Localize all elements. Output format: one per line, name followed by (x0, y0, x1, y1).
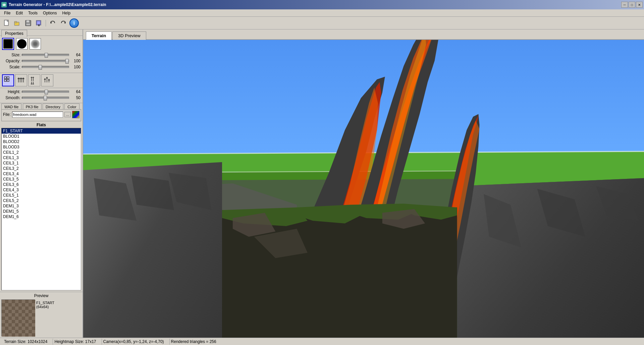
opacity-label: Opacity: (2, 59, 20, 63)
menu-edit[interactable]: Edit (13, 10, 25, 16)
app-icon: 🏔 (1, 2, 7, 7)
svg-rect-14 (7, 77, 9, 79)
flat-item-3[interactable]: BLOOD3 (2, 144, 81, 150)
left-panel: Properties Size: 64 (0, 29, 83, 338)
minimize-button[interactable]: ─ (621, 2, 628, 8)
toolbar-separator-1 (46, 20, 46, 26)
brush-tools-section (0, 73, 83, 88)
flat-item-5[interactable]: CEIL1_3 (2, 155, 81, 160)
svg-marker-30 (31, 84, 33, 84)
terrain-scene (83, 40, 644, 338)
svg-marker-18 (17, 77, 19, 79)
flat-item-8[interactable]: CEIL3_4 (2, 171, 81, 177)
flat-item-4[interactable]: CEIL1_2 (2, 150, 81, 155)
size-label: Size: (2, 53, 20, 57)
menu-options[interactable]: Options (40, 10, 59, 16)
right-panel: Terrain 3D Preview (83, 29, 644, 338)
close-button[interactable]: ✕ (636, 2, 643, 8)
camera-status: Camera(x=0,85, y=-1,24, z=-4,70) (102, 339, 170, 345)
flat-item-1[interactable]: BLOOD1 (2, 134, 81, 139)
brush-soft-icon (31, 39, 40, 49)
export-button[interactable] (34, 18, 44, 28)
flat-item-0[interactable]: F1_START (2, 128, 81, 134)
brush-tool-grid[interactable] (2, 74, 14, 86)
svg-rect-13 (4, 77, 6, 79)
preview-name: F1_START (36, 301, 54, 305)
brush-soft[interactable] (30, 38, 41, 50)
flat-item-15[interactable]: DEM1_5 (2, 209, 81, 214)
svg-marker-60 (131, 176, 174, 210)
brush-round[interactable] (16, 38, 28, 50)
height-value: 64 (70, 89, 80, 94)
brush-shapes (2, 38, 80, 50)
flat-item-13[interactable]: CEIL5_2 (2, 198, 81, 203)
properties-tab[interactable]: Properties (1, 30, 27, 37)
menu-file[interactable]: File (1, 10, 13, 16)
size-slider[interactable] (22, 54, 69, 56)
terrain-size-status: Terrain Size: 1024x1024 (3, 339, 53, 345)
svg-marker-12 (64, 22, 65, 24)
scale-label: Scale: (2, 65, 20, 69)
opacity-slider-row: Opacity: 100 (2, 59, 80, 63)
height-smooth-section: Height: 64 Smooth: 50 (0, 88, 83, 103)
tab-3d-preview[interactable]: 3D Preview (112, 31, 146, 40)
height-slider[interactable] (22, 91, 69, 93)
flat-item-16[interactable]: DEM1_6 (2, 214, 81, 219)
preview-box (1, 299, 35, 336)
smooth-slider-thumb (44, 96, 47, 100)
height-label: Height: (2, 89, 20, 94)
wad-content: File: ... (1, 109, 81, 121)
info-button[interactable]: i (69, 18, 79, 28)
svg-marker-32 (32, 84, 34, 84)
flat-item-12[interactable]: CEIL5_1 (2, 193, 81, 198)
file-input[interactable] (12, 112, 63, 118)
new-button[interactable] (2, 18, 11, 28)
flat-item-2[interactable]: BLOOD2 (2, 139, 81, 144)
title-bar-left: 🏔 Terrain Generator - F:\...ample02\Exam… (1, 2, 106, 7)
flats-list[interactable]: F1_START BLOOD1 BLOOD2 BLOOD3 CEIL1_2 CE… (1, 128, 81, 290)
brush-square[interactable] (2, 38, 14, 50)
opacity-slider[interactable] (22, 60, 69, 62)
height-slider-row: Height: 64 (2, 89, 80, 94)
save-button[interactable] (23, 18, 33, 28)
scale-slider[interactable] (22, 66, 69, 68)
flat-item-14[interactable]: DEM1_3 (2, 203, 81, 209)
svg-marker-10 (38, 25, 40, 26)
svg-rect-16 (7, 79, 9, 81)
svg-rect-6 (26, 23, 30, 25)
file-row: File: ... (3, 111, 79, 118)
brush-tool-raise[interactable] (15, 74, 27, 86)
file-browse-button[interactable]: ... (64, 112, 71, 117)
svg-rect-43 (2, 300, 35, 337)
title-bar-text: Terrain Generator - F:\...ample02\Exampl… (9, 2, 106, 7)
undo-button[interactable] (48, 18, 57, 28)
flat-item-10[interactable]: CEIL3_6 (2, 182, 81, 187)
title-bar: 🏔 Terrain Generator - F:\...ample02\Exam… (0, 0, 644, 9)
smooth-slider[interactable] (22, 97, 69, 99)
toolbar: i (0, 17, 644, 29)
title-bar-controls: ─ □ ✕ (621, 2, 643, 8)
flat-item-7[interactable]: CEIL3_2 (2, 166, 81, 171)
flat-item-6[interactable]: CEIL3_1 (2, 160, 81, 166)
color-picker-button[interactable] (72, 111, 79, 118)
svg-marker-34 (44, 78, 46, 80)
menu-help[interactable]: Help (59, 10, 73, 16)
tab-terrain[interactable]: Terrain (86, 31, 112, 40)
brush-tool-buttons (2, 74, 80, 86)
maximize-button[interactable]: □ (629, 2, 635, 8)
preview-info: F1_START (64x64) (36, 299, 54, 336)
brush-tool-mixed[interactable] (28, 74, 40, 86)
view-area[interactable] (83, 40, 644, 338)
svg-rect-5 (26, 20, 29, 22)
info-icon: i (73, 20, 75, 26)
svg-rect-3 (14, 21, 17, 23)
flat-item-9[interactable]: CEIL3_5 (2, 177, 81, 182)
brush-tool-smooth[interactable] (41, 74, 53, 86)
flats-section: Flats F1_START BLOOD1 BLOOD2 BLOOD3 CEIL… (0, 121, 83, 292)
flat-item-11[interactable]: CEIL4_3 (2, 187, 81, 193)
redo-button[interactable] (59, 18, 68, 28)
svg-marker-38 (48, 79, 50, 80)
open-button[interactable] (13, 18, 22, 28)
menu-tools[interactable]: Tools (25, 10, 40, 16)
svg-marker-28 (32, 77, 34, 78)
